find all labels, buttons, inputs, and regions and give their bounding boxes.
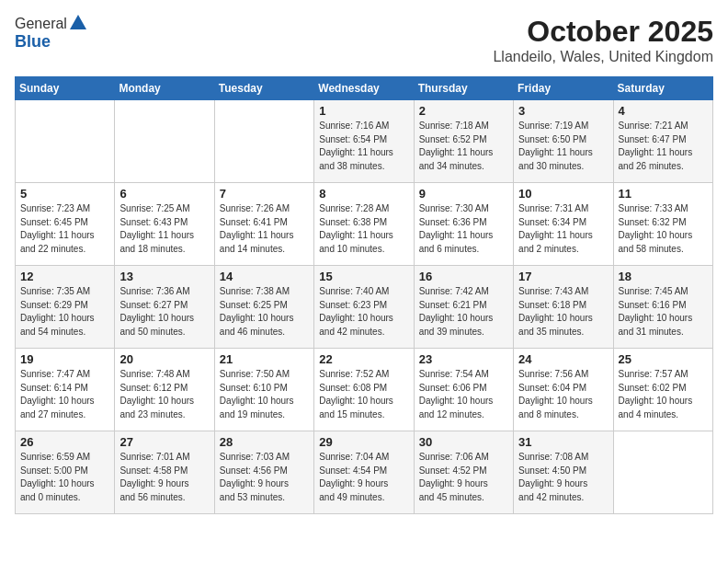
day-number: 21: [220, 352, 310, 366]
calendar-cell: 16Sunrise: 7:42 AM Sunset: 6:21 PM Dayli…: [414, 266, 513, 349]
calendar-cell: 20Sunrise: 7:48 AM Sunset: 6:12 PM Dayli…: [115, 349, 214, 431]
day-number: 27: [119, 435, 210, 449]
day-number: 31: [518, 435, 609, 449]
calendar-cell: 1Sunrise: 7:16 AM Sunset: 6:54 PM Daylig…: [314, 100, 414, 183]
calendar-cell: 3Sunrise: 7:19 AM Sunset: 6:50 PM Daylig…: [514, 100, 613, 183]
cell-content: Sunrise: 7:23 AM Sunset: 6:45 PM Dayligh…: [20, 202, 110, 256]
day-number: 17: [518, 270, 609, 283]
calendar-cell: 8Sunrise: 7:28 AM Sunset: 6:38 PM Daylig…: [314, 183, 414, 266]
cell-content: Sunrise: 7:21 AM Sunset: 6:47 PM Dayligh…: [619, 120, 709, 173]
month-title: October 2025: [493, 15, 713, 49]
day-number: 5: [20, 187, 110, 201]
cell-content: Sunrise: 7:01 AM Sunset: 4:58 PM Dayligh…: [119, 451, 210, 504]
calendar-cell: 2Sunrise: 7:18 AM Sunset: 6:52 PM Daylig…: [414, 100, 513, 183]
logo-icon: [70, 15, 86, 29]
day-number: 23: [419, 352, 509, 366]
cell-content: Sunrise: 7:42 AM Sunset: 6:21 PM Dayligh…: [419, 285, 509, 339]
cell-content: Sunrise: 7:43 AM Sunset: 6:18 PM Dayligh…: [518, 285, 609, 339]
cell-content: Sunrise: 7:47 AM Sunset: 6:14 PM Dayligh…: [20, 368, 110, 421]
calendar-cell: 23Sunrise: 7:54 AM Sunset: 6:06 PM Dayli…: [414, 349, 513, 431]
day-number: 29: [319, 435, 409, 449]
svg-marker-0: [70, 15, 86, 29]
cell-content: Sunrise: 7:18 AM Sunset: 6:52 PM Dayligh…: [419, 120, 509, 173]
cell-content: Sunrise: 7:31 AM Sunset: 6:34 PM Dayligh…: [518, 202, 609, 256]
cell-content: Sunrise: 7:48 AM Sunset: 6:12 PM Dayligh…: [119, 368, 210, 421]
title-block: October 2025 Llandeilo, Wales, United Ki…: [493, 15, 713, 65]
day-of-week-header: Wednesday: [314, 77, 414, 100]
logo-blue-text: Blue: [15, 32, 51, 51]
cell-content: Sunrise: 7:54 AM Sunset: 6:06 PM Dayligh…: [419, 368, 509, 421]
day-number: 4: [619, 104, 709, 118]
day-of-week-header: Thursday: [414, 77, 513, 100]
calendar-cell: 9Sunrise: 7:30 AM Sunset: 6:36 PM Daylig…: [414, 183, 513, 266]
day-number: 18: [619, 270, 709, 283]
day-number: 3: [518, 104, 609, 118]
cell-content: Sunrise: 7:57 AM Sunset: 6:02 PM Dayligh…: [619, 368, 709, 421]
calendar-cell: 25Sunrise: 7:57 AM Sunset: 6:02 PM Dayli…: [613, 349, 712, 431]
calendar-week-row: 12Sunrise: 7:35 AM Sunset: 6:29 PM Dayli…: [16, 266, 713, 349]
calendar-cell: 18Sunrise: 7:45 AM Sunset: 6:16 PM Dayli…: [613, 266, 712, 349]
calendar-cell: 28Sunrise: 7:03 AM Sunset: 4:56 PM Dayli…: [214, 431, 313, 514]
cell-content: Sunrise: 7:56 AM Sunset: 6:04 PM Dayligh…: [518, 368, 609, 421]
calendar-cell: 22Sunrise: 7:52 AM Sunset: 6:08 PM Dayli…: [314, 349, 414, 431]
cell-content: Sunrise: 6:59 AM Sunset: 5:00 PM Dayligh…: [20, 451, 110, 504]
day-of-week-header: Sunday: [16, 77, 115, 100]
calendar-cell: 7Sunrise: 7:26 AM Sunset: 6:41 PM Daylig…: [214, 183, 313, 266]
calendar-cell: 14Sunrise: 7:38 AM Sunset: 6:25 PM Dayli…: [214, 266, 313, 349]
cell-content: Sunrise: 7:38 AM Sunset: 6:25 PM Dayligh…: [220, 285, 310, 339]
calendar-cell: [16, 100, 115, 183]
day-number: 22: [319, 352, 409, 366]
day-number: 7: [220, 187, 310, 201]
day-number: 11: [619, 187, 709, 201]
calendar-week-row: 19Sunrise: 7:47 AM Sunset: 6:14 PM Dayli…: [16, 349, 713, 431]
cell-content: Sunrise: 7:45 AM Sunset: 6:16 PM Dayligh…: [619, 285, 709, 339]
calendar-week-row: 26Sunrise: 6:59 AM Sunset: 5:00 PM Dayli…: [16, 431, 713, 514]
calendar-cell: 27Sunrise: 7:01 AM Sunset: 4:58 PM Dayli…: [115, 431, 214, 514]
page-header: General Blue October 2025 Llandeilo, Wal…: [15, 15, 713, 65]
calendar-cell: 4Sunrise: 7:21 AM Sunset: 6:47 PM Daylig…: [613, 100, 712, 183]
cell-content: Sunrise: 7:03 AM Sunset: 4:56 PM Dayligh…: [220, 451, 310, 504]
cell-content: Sunrise: 7:08 AM Sunset: 4:50 PM Dayligh…: [518, 451, 609, 504]
cell-content: Sunrise: 7:06 AM Sunset: 4:52 PM Dayligh…: [419, 451, 509, 504]
cell-content: Sunrise: 7:33 AM Sunset: 6:32 PM Dayligh…: [619, 202, 709, 256]
day-number: 25: [619, 352, 709, 366]
day-number: 13: [119, 270, 210, 283]
calendar-cell: 17Sunrise: 7:43 AM Sunset: 6:18 PM Dayli…: [514, 266, 613, 349]
cell-content: Sunrise: 7:19 AM Sunset: 6:50 PM Dayligh…: [518, 120, 609, 173]
cell-content: Sunrise: 7:16 AM Sunset: 6:54 PM Dayligh…: [319, 120, 409, 173]
calendar-cell: 13Sunrise: 7:36 AM Sunset: 6:27 PM Dayli…: [115, 266, 214, 349]
calendar-week-row: 5Sunrise: 7:23 AM Sunset: 6:45 PM Daylig…: [16, 183, 713, 266]
day-of-week-header: Friday: [514, 77, 613, 100]
calendar-cell: 19Sunrise: 7:47 AM Sunset: 6:14 PM Dayli…: [16, 349, 115, 431]
day-of-week-header: Saturday: [613, 77, 712, 100]
day-number: 10: [518, 187, 609, 201]
calendar-cell: 21Sunrise: 7:50 AM Sunset: 6:10 PM Dayli…: [214, 349, 313, 431]
calendar-cell: 15Sunrise: 7:40 AM Sunset: 6:23 PM Dayli…: [314, 266, 414, 349]
cell-content: Sunrise: 7:50 AM Sunset: 6:10 PM Dayligh…: [220, 368, 310, 421]
calendar-cell: 29Sunrise: 7:04 AM Sunset: 4:54 PM Dayli…: [314, 431, 414, 514]
calendar-cell: 11Sunrise: 7:33 AM Sunset: 6:32 PM Dayli…: [613, 183, 712, 266]
cell-content: Sunrise: 7:28 AM Sunset: 6:38 PM Dayligh…: [319, 202, 409, 256]
calendar-cell: [214, 100, 313, 183]
cell-content: Sunrise: 7:04 AM Sunset: 4:54 PM Dayligh…: [319, 451, 409, 504]
day-number: 15: [319, 270, 409, 283]
day-header-row: SundayMondayTuesdayWednesdayThursdayFrid…: [16, 77, 713, 100]
calendar-table: SundayMondayTuesdayWednesdayThursdayFrid…: [15, 76, 713, 514]
calendar-cell: 6Sunrise: 7:25 AM Sunset: 6:43 PM Daylig…: [115, 183, 214, 266]
cell-content: Sunrise: 7:30 AM Sunset: 6:36 PM Dayligh…: [419, 202, 509, 256]
calendar-cell: [115, 100, 214, 183]
calendar-cell: 30Sunrise: 7:06 AM Sunset: 4:52 PM Dayli…: [414, 431, 513, 514]
location: Llandeilo, Wales, United Kingdom: [493, 49, 713, 65]
day-number: 16: [419, 270, 509, 283]
cell-content: Sunrise: 7:35 AM Sunset: 6:29 PM Dayligh…: [20, 285, 110, 339]
day-number: 30: [419, 435, 509, 449]
cell-content: Sunrise: 7:25 AM Sunset: 6:43 PM Dayligh…: [119, 202, 210, 256]
calendar-cell: 31Sunrise: 7:08 AM Sunset: 4:50 PM Dayli…: [514, 431, 613, 514]
calendar-cell: [613, 431, 712, 514]
logo: General Blue: [15, 15, 86, 51]
cell-content: Sunrise: 7:40 AM Sunset: 6:23 PM Dayligh…: [319, 285, 409, 339]
calendar-cell: 26Sunrise: 6:59 AM Sunset: 5:00 PM Dayli…: [16, 431, 115, 514]
day-number: 2: [419, 104, 509, 118]
day-number: 24: [518, 352, 609, 366]
calendar-week-row: 1Sunrise: 7:16 AM Sunset: 6:54 PM Daylig…: [16, 100, 713, 183]
